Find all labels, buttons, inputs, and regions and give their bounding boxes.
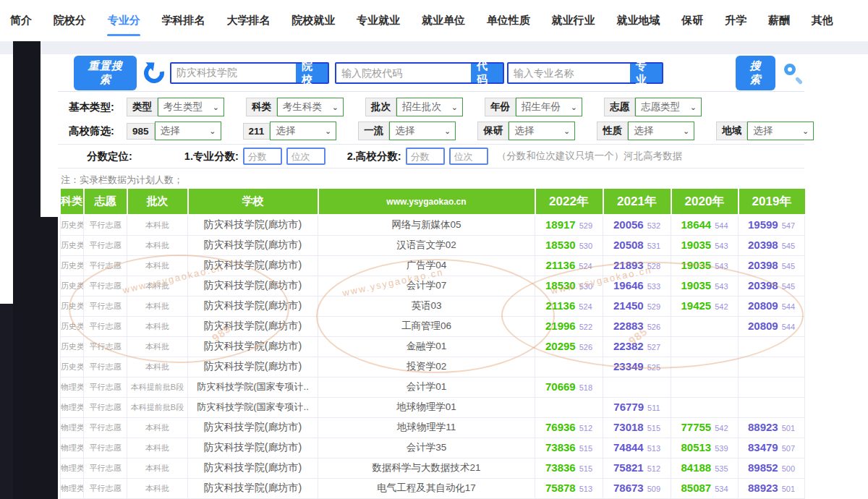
- search-button[interactable]: 搜索: [736, 56, 776, 90]
- nav-item-4[interactable]: 学科排名: [161, 4, 207, 38]
- cell-school: 防灾科技学院(廊坊市): [188, 478, 318, 498]
- nav-item-label: 专业就业: [357, 14, 400, 26]
- refresh-icon[interactable]: [142, 61, 166, 85]
- nav-item-label: 升学: [725, 14, 746, 26]
- filter-select-科类[interactable]: 考生科类⌄: [277, 98, 344, 116]
- major-label-button[interactable]: 专业: [630, 64, 662, 82]
- college-code-input[interactable]: [336, 64, 471, 82]
- college-score-input[interactable]: [406, 148, 445, 165]
- table-header-row: 科类志愿批次学校www.ysygaokao.cn2022年2021年2020年2…: [61, 189, 805, 215]
- cell-year-2021年: 74844513: [603, 438, 671, 458]
- filter-select-志愿[interactable]: 志愿类型⌄: [635, 98, 702, 116]
- filter-select-保研[interactable]: 选择⌄: [509, 121, 575, 140]
- cell-year-2020年: 84188535: [671, 458, 739, 478]
- cell-major: 会计学07: [318, 276, 535, 296]
- nav-item-7[interactable]: 专业就业: [355, 4, 401, 38]
- cell-year-2019年: 20398545: [739, 276, 805, 296]
- rank-value: 76779: [613, 401, 644, 413]
- cell-school: 防灾科技学院(国家专项计..: [188, 377, 318, 397]
- score-locate-label: 分数定位:: [87, 150, 132, 163]
- college-label-button[interactable]: 院校: [296, 64, 328, 82]
- score-value: 532: [647, 221, 660, 230]
- nav-item-1[interactable]: 简介: [9, 4, 33, 38]
- cell-major: 地球物理学01: [318, 397, 535, 417]
- college-score-label: 2.高校分数:: [347, 150, 401, 163]
- table-note: 注：实录栏数据为计划人数；: [61, 174, 183, 187]
- cell-year-2019年: 20809544: [739, 316, 805, 336]
- filter-select-年份[interactable]: 招生年份⌄: [516, 98, 582, 116]
- nav-item-2[interactable]: 院校分: [52, 4, 88, 38]
- nav-item-11[interactable]: 就业地域: [615, 4, 661, 38]
- code-label-button[interactable]: 代码: [471, 64, 503, 82]
- rank-value: 21893: [613, 259, 644, 271]
- nav-item-3[interactable]: 专业分: [106, 4, 142, 38]
- nav-item-15[interactable]: 其他: [810, 4, 835, 38]
- cell-year-2021年: 20508531: [603, 235, 671, 255]
- score-value: 515: [647, 424, 660, 432]
- cell-batch: 本科批: [127, 336, 188, 357]
- cell-school: 防灾科技学院(廊坊市): [188, 255, 318, 276]
- cell-major: 汉语言文学02: [318, 235, 535, 255]
- nav-item-label: 院校分: [54, 14, 86, 26]
- nav-item-5[interactable]: 大学排名: [225, 4, 271, 38]
- rank-value: 19425: [681, 299, 711, 312]
- code-input-group: 代码: [335, 62, 504, 84]
- filter-select-地域[interactable]: 选择⌄: [747, 121, 814, 140]
- major-score-input[interactable]: [243, 148, 282, 165]
- rank-value: 83479: [748, 441, 778, 453]
- cell-year-2022年: 18530530: [535, 276, 603, 296]
- nav-item-14[interactable]: 薪酬: [767, 4, 791, 38]
- nav-item-9[interactable]: 单位性质: [485, 4, 532, 38]
- cell-category: 历史类: [61, 255, 84, 276]
- chevron-down-icon: ⌄: [571, 103, 577, 112]
- filter-select-类型[interactable]: 考生类型⌄: [158, 98, 224, 116]
- reset-search-button[interactable]: 重置搜索: [74, 56, 137, 90]
- cell-year-2020年: 80513539: [671, 438, 739, 458]
- nav-item-10[interactable]: 就业行业: [550, 4, 597, 38]
- score-value: 545: [782, 242, 795, 250]
- filter-tag-类型: 类型: [127, 98, 158, 116]
- table-row: 历史类平行志愿本科批防灾科技学院(廊坊市)汉语言文学02185305302050…: [61, 235, 805, 255]
- filter-select-批次[interactable]: 招生批次⌄: [396, 98, 463, 116]
- cell-major: 会计学35: [318, 438, 535, 458]
- magnifier-icon[interactable]: [783, 62, 804, 84]
- active-tab-underline: [107, 34, 140, 36]
- basic-type-group-3: 批次招生批次⌄: [365, 98, 463, 116]
- nav-item-13[interactable]: 升学: [723, 4, 748, 38]
- score-value: 545: [782, 282, 795, 291]
- left-dark-background: [13, 41, 41, 499]
- filter-select-一流[interactable]: 选择⌄: [389, 121, 456, 140]
- table-body: 历史类平行志愿本科批防灾科技学院(廊坊市)网络与新媒体0518917529200…: [61, 215, 805, 498]
- filter-tag-性质: 性质: [597, 121, 628, 140]
- cell-category: 历史类: [61, 235, 84, 255]
- filter-select-value: 选择: [161, 124, 180, 137]
- cell-major: 英语03: [318, 296, 535, 316]
- filter-select-985[interactable]: 选择⌄: [155, 121, 221, 140]
- score-value: 501: [782, 424, 795, 432]
- cell-school: 防灾科技学院(廊坊市): [188, 417, 318, 438]
- major-name-input[interactable]: [509, 64, 630, 82]
- college-name-input[interactable]: [171, 64, 296, 82]
- rank-value: 73836: [545, 461, 576, 474]
- filter-select-211[interactable]: 选择⌄: [270, 121, 336, 140]
- cell-year-2021年: 19646533: [603, 276, 671, 296]
- cell-batch: 本科批: [127, 276, 188, 296]
- chevron-down-icon: ⌄: [563, 127, 570, 136]
- score-value: 543: [715, 262, 728, 270]
- filter-select-性质[interactable]: 选择⌄: [628, 121, 694, 140]
- score-value: 527: [647, 343, 660, 351]
- score-value: 529: [579, 221, 592, 230]
- cell-year-2022年: 21136524: [535, 255, 603, 276]
- nav-item-label: 就业单位: [422, 14, 465, 26]
- college-rank-input[interactable]: [449, 148, 488, 165]
- basic-type-group-1: 类型考生类型⌄: [127, 98, 224, 116]
- college-filter-group-6: 地域选择⌄: [716, 121, 814, 140]
- major-rank-input[interactable]: [286, 148, 326, 165]
- nav-item-8[interactable]: 就业单位: [420, 4, 467, 38]
- nav-item-12[interactable]: 保研: [680, 4, 705, 38]
- nav-divider-band: [0, 41, 868, 54]
- table-row: 历史类平行志愿本科批防灾科技学院(廊坊市)金融学0120295526223825…: [61, 336, 805, 357]
- nav-item-6[interactable]: 院校就业: [290, 4, 336, 38]
- cell-school: 防灾科技学院(廊坊市): [188, 215, 318, 235]
- cell-year-2021年: [603, 377, 671, 397]
